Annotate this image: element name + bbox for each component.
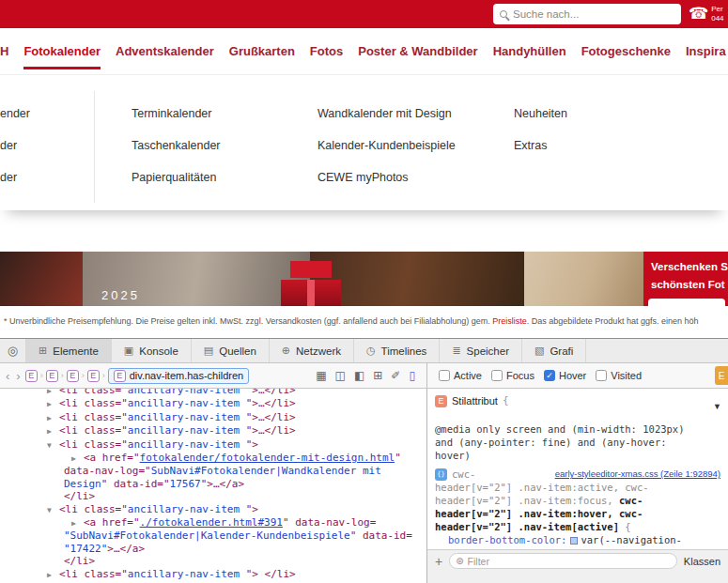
inspector-tab-graphics[interactable]: ▧Grafi: [522, 339, 586, 362]
dom-tree-line[interactable]: ▶<a href="fotokalender/fotokalender-mit-…: [0, 452, 426, 465]
megamenu-item[interactable]: ender: [0, 104, 30, 123]
breadcrumb-element-badge[interactable]: E: [25, 370, 38, 382]
styles-filter-field[interactable]: ⊜: [449, 553, 677, 569]
nav-item-fotos[interactable]: Fotos: [310, 28, 343, 74]
dom-token: data-id=: [356, 529, 412, 542]
breadcrumb-element-badge[interactable]: E: [87, 370, 100, 382]
dom-tree-line[interactable]: ▶<li class="ancillary-nav-item ">…</li>: [0, 424, 426, 437]
megamenu-item[interactable]: der: [0, 168, 30, 187]
contact-phone[interactable]: ☎ Per 044: [689, 2, 724, 26]
nav-item-fotogeschenke[interactable]: Fotogeschenke: [581, 28, 671, 74]
dom-token: " data-nav-log=: [283, 516, 376, 529]
nav-item-h[interactable]: H: [0, 28, 8, 74]
inspector-tool-buttons: ▦◫◧⊞✐▯: [316, 369, 423, 382]
pseudo-focus-checkbox[interactable]: Focus: [491, 370, 534, 381]
promo-banner[interactable]: Verschenken S schönsten Fot 2025: [0, 252, 728, 306]
collapse-icon[interactable]: ▼: [47, 439, 59, 452]
inspector-tab-timelines[interactable]: ◷Timelines: [354, 339, 440, 362]
breadcrumb-element-badge[interactable]: E: [67, 370, 79, 382]
css-selector-line[interactable]: header[v="2"] .nav-item:hover, cwc-: [435, 507, 720, 520]
tiles-icon[interactable]: ⊞: [373, 369, 382, 382]
expand-icon[interactable]: ▶: [47, 398, 59, 410]
color-swatch-icon[interactable]: [570, 537, 578, 545]
draw-icon[interactable]: ✐: [391, 369, 400, 382]
preisliste-link[interactable]: Preisliste: [492, 316, 527, 326]
megamenu-item[interactable]: der: [0, 136, 30, 155]
inspector-tab-sources[interactable]: ▤Quellen: [192, 339, 270, 362]
dom-tree-line[interactable]: ▼<li class="ancillary-nav-item ">: [0, 438, 426, 452]
selected-node-crumb[interactable]: E div.nav-item.has-children: [108, 368, 249, 384]
css-selector-line[interactable]: header[v="2"] .nav-item:active, cwc-: [435, 481, 720, 494]
inspector-tab-elements[interactable]: ⊞Elemente: [26, 339, 112, 362]
dom-token: "17422": [64, 543, 107, 555]
nav-item-adventskalender[interactable]: Adventskalender: [116, 28, 214, 74]
stylesheet-source-link[interactable]: early-styleeditor-xmas.css (Zeile 1:9289…: [555, 468, 720, 481]
megamenu-item[interactable]: Wandkalender mit Design: [318, 104, 456, 123]
megamenu-item[interactable]: Extras: [514, 136, 567, 155]
banner-photo-kids: [0, 252, 83, 306]
classes-button[interactable]: Klassen: [684, 556, 720, 567]
megamenu-item[interactable]: CEWE myPhotos: [318, 168, 456, 187]
pseudo-visited-checkbox[interactable]: Visited: [596, 370, 642, 381]
banner-cta-button[interactable]: [648, 299, 725, 306]
dom-tree-line[interactable]: ▶<a href="./fotokalender.html#391" data-…: [0, 516, 426, 529]
back-icon[interactable]: ‹: [4, 369, 11, 383]
layout-icon[interactable]: ▦: [316, 369, 326, 382]
megamenu-item[interactable]: Taschenkalender: [132, 136, 221, 155]
dom-tree-line[interactable]: </li>: [0, 555, 426, 567]
dom-tree-line[interactable]: data-nav-log="SubNavi#Fotokalender|Wandk…: [0, 465, 426, 477]
nav-item-poster-wandbilder[interactable]: Poster & Wandbilder: [358, 28, 477, 74]
search-input[interactable]: [513, 8, 674, 20]
dom-tree-line[interactable]: Design" data-id="17567">…</a>: [0, 478, 426, 490]
sidebar-tab-e[interactable]: E: [715, 366, 728, 385]
dom-tree-line[interactable]: "SubNavi#Fotokalender|Kalender-Kundenbei…: [0, 529, 426, 542]
css-selector-line[interactable]: header[v="2"] .nav-item:focus, cwc-: [435, 494, 720, 507]
dom-token: ./fotokalender.html#391: [140, 516, 283, 529]
expand-icon[interactable]: ▶: [47, 389, 59, 397]
dom-tree-line[interactable]: </li>: [0, 490, 426, 502]
styles-filter-input[interactable]: [468, 556, 671, 567]
megamenu-column: enderderder: [0, 104, 30, 187]
banner-photo-puppy: [524, 252, 643, 306]
breadcrumb-element-badge[interactable]: E: [46, 370, 58, 382]
megamenu-item[interactable]: Terminkalender: [132, 104, 221, 123]
forward-icon[interactable]: ›: [14, 369, 22, 383]
fotokalender-megamenu: enderderderTerminkalenderTaschenkalender…: [0, 76, 728, 210]
expand-icon[interactable]: ▶: [47, 425, 59, 437]
expand-icon[interactable]: ▶: [71, 453, 84, 465]
dom-tree-line[interactable]: ▶<li class="ancillary-nav-item ">…</li>: [0, 397, 426, 410]
nav-item-gru-karten[interactable]: Grußkarten: [229, 28, 295, 74]
element-picker-icon[interactable]: ◎: [0, 339, 26, 362]
megamenu-item[interactable]: Papierqualitäten: [132, 168, 221, 187]
print-icon[interactable]: ◫: [335, 369, 346, 382]
expand-icon[interactable]: ▶: [71, 517, 84, 529]
dom-tree-line[interactable]: ▶<li class="ancillary-nav-item ">…</li>: [0, 411, 426, 424]
scroll-indicator-icon[interactable]: ▼: [713, 402, 721, 411]
inspector-tab-network[interactable]: ⊕Netzwerk: [270, 339, 354, 362]
expand-icon[interactable]: ▶: [47, 569, 59, 581]
dom-tree-line[interactable]: ▶<li class="ancillary-nav-item "> </li>: [0, 568, 426, 581]
css-property-line[interactable]: border-bottom-color:var(--navigation-: [435, 533, 720, 546]
inline-style-rule[interactable]: E Stilattribut {: [435, 394, 720, 407]
dom-tree-line[interactable]: ▶<li class="ancillary-nav-item ">…</li>: [0, 389, 426, 397]
dom-tree-line[interactable]: ▼<li class="ancillary-nav-item ">: [0, 503, 426, 516]
inspector-tab-storage[interactable]: ≣Speicher: [440, 339, 522, 362]
expand-icon[interactable]: ▶: [47, 412, 59, 424]
columns-icon[interactable]: ◧: [354, 369, 364, 382]
site-search[interactable]: [493, 4, 681, 24]
css-selector-line[interactable]: header[v="2"] .nav-item[active] {: [435, 520, 720, 533]
nav-item-handyh-llen[interactable]: Handyhüllen: [493, 28, 566, 74]
add-rule-button[interactable]: +: [435, 555, 442, 568]
megamenu-item[interactable]: Neuheiten: [514, 104, 567, 123]
dom-token: SubNavi#Fotokalender|Wandkalender mit: [151, 465, 381, 477]
megamenu-item[interactable]: Kalender-Kundenbeispiele: [318, 136, 456, 155]
nav-item-fotokalender[interactable]: Fotokalender: [23, 28, 101, 74]
collapse-icon[interactable]: ▼: [47, 504, 59, 516]
dom-token: fotokalender/fotokalender-mit-design.htm…: [140, 452, 395, 464]
pseudo-active-checkbox[interactable]: Active: [439, 370, 482, 381]
inspector-tab-console[interactable]: ▣Konsole: [112, 339, 192, 362]
nav-item-inspira[interactable]: Inspira: [686, 28, 726, 74]
device-icon[interactable]: ▯: [409, 369, 415, 382]
dom-tree-line[interactable]: "17422">…</a>: [0, 543, 426, 555]
pseudo-hover-checkbox[interactable]: ✓Hover: [544, 370, 586, 381]
